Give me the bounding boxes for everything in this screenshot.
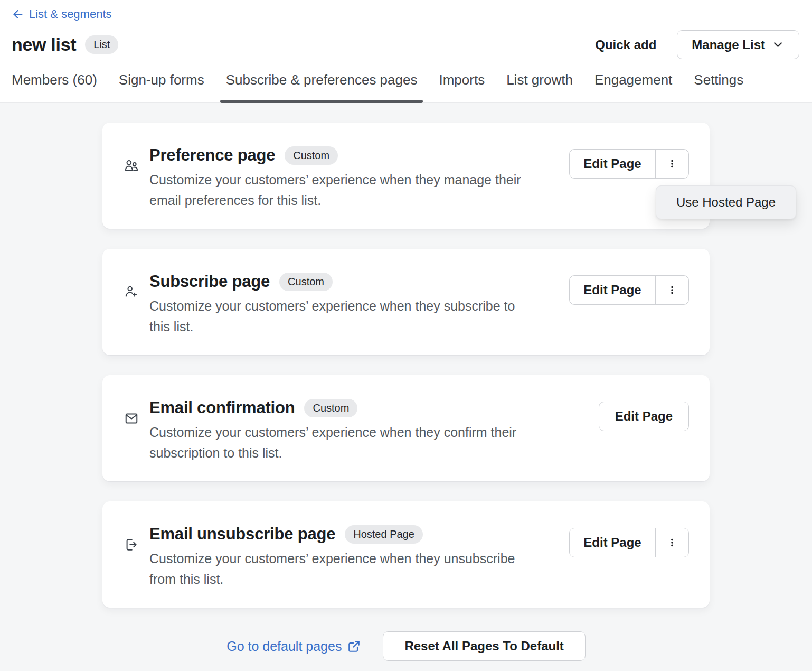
card-body: Preference page Custom Customize your cu…	[149, 146, 569, 211]
users-icon	[124, 159, 139, 173]
back-link-label: List & segments	[29, 7, 112, 21]
edit-page-button[interactable]: Edit Page	[570, 276, 655, 304]
page-header: List & segments new list List Quick add …	[0, 0, 812, 103]
preference-page-card: Preference page Custom Customize your cu…	[102, 123, 710, 229]
card-title-row: Email confirmation Custom	[149, 398, 599, 417]
kebab-icon	[666, 536, 678, 549]
card-body: Subscribe page Custom Customize your cus…	[149, 272, 569, 337]
status-badge: Custom	[304, 399, 357, 417]
page-content: Preference page Custom Customize your cu…	[0, 103, 812, 661]
card-actions: Edit Page	[599, 402, 689, 431]
status-badge: Custom	[285, 146, 338, 165]
user-plus-icon	[124, 285, 139, 300]
card-actions: Edit Page	[569, 275, 689, 305]
card-body: Email unsubscribe page Hosted Page Custo…	[149, 525, 569, 590]
card-actions: Edit Page	[569, 528, 689, 557]
kebab-icon	[666, 284, 678, 296]
status-badge: Hosted Page	[345, 525, 423, 544]
external-link-icon	[347, 640, 361, 653]
kebab-menu-button[interactable]	[655, 276, 688, 304]
card-title: Preference page	[149, 146, 275, 165]
edit-page-button[interactable]: Edit Page	[570, 528, 655, 557]
quick-add-button[interactable]: Quick add	[595, 38, 656, 52]
go-to-default-pages-link[interactable]: Go to default pages	[226, 639, 361, 654]
pages-card-list: Preference page Custom Customize your cu…	[102, 123, 710, 608]
tab-imports[interactable]: Imports	[439, 72, 485, 102]
edit-page-button[interactable]: Edit Page	[599, 402, 689, 431]
use-hosted-page-menu-item[interactable]: Use Hosted Page	[676, 195, 776, 210]
edit-page-split-button: Edit Page	[569, 275, 689, 305]
email-unsubscribe-card: Email unsubscribe page Hosted Page Custo…	[102, 501, 710, 608]
card-title: Subscribe page	[149, 272, 270, 291]
back-link-list-and-segments[interactable]: List & segments	[12, 7, 112, 21]
card-description: Customize your customers’ experience whe…	[149, 170, 532, 211]
title-group: new list List	[12, 34, 118, 55]
manage-list-label: Manage List	[692, 38, 765, 52]
edit-page-button[interactable]: Edit Page	[570, 150, 655, 178]
card-title-row: Preference page Custom	[149, 146, 569, 165]
card-description: Customize your customers’ experience whe…	[149, 548, 532, 590]
title-row: new list List Quick add Manage List	[12, 30, 799, 59]
card-title-row: Email unsubscribe page Hosted Page	[149, 525, 569, 544]
sign-out-icon	[124, 537, 139, 552]
footer-actions: Go to default pages Reset All Pages To D…	[102, 631, 710, 661]
reset-all-pages-button[interactable]: Reset All Pages To Default	[383, 631, 585, 661]
card-title: Email confirmation	[149, 398, 295, 417]
list-type-badge: List	[85, 35, 118, 54]
manage-list-button[interactable]: Manage List	[677, 30, 799, 59]
subscribe-page-card: Subscribe page Custom Customize your cus…	[102, 249, 710, 355]
tab-list-growth[interactable]: List growth	[506, 72, 573, 102]
tab-engagement[interactable]: Engagement	[594, 72, 672, 102]
kebab-menu-button[interactable]	[655, 528, 688, 557]
card-body: Email confirmation Custom Customize your…	[149, 398, 599, 463]
footer-link-label: Go to default pages	[226, 639, 342, 654]
tab-members[interactable]: Members (60)	[12, 72, 97, 102]
status-badge: Custom	[279, 273, 333, 291]
tab-settings[interactable]: Settings	[694, 72, 743, 102]
edit-page-split-button: Edit Page	[569, 528, 689, 557]
kebab-menu-button[interactable]	[655, 150, 688, 178]
card-title-row: Subscribe page Custom	[149, 272, 569, 291]
tab-bar: Members (60) Sign-up forms Subscribe & p…	[12, 72, 799, 102]
card-description: Customize your customers’ experience whe…	[149, 296, 532, 337]
mail-icon	[124, 411, 139, 426]
kebab-dropdown-menu: Use Hosted Page	[656, 185, 796, 219]
edit-page-split-button: Edit Page	[569, 149, 689, 179]
header-actions: Quick add Manage List	[595, 30, 799, 59]
back-arrow-icon	[12, 8, 24, 21]
chevron-down-icon	[771, 38, 785, 51]
email-confirmation-card: Email confirmation Custom Customize your…	[102, 375, 710, 481]
tab-subscribe-preferences-pages[interactable]: Subscribe & preferences pages	[226, 72, 418, 102]
card-actions: Edit Page	[569, 149, 689, 179]
card-title: Email unsubscribe page	[149, 525, 335, 544]
tab-sign-up-forms[interactable]: Sign-up forms	[119, 72, 204, 102]
kebab-icon	[666, 157, 678, 170]
card-description: Customize your customers’ experience whe…	[149, 422, 532, 463]
page-title: new list	[12, 34, 76, 55]
